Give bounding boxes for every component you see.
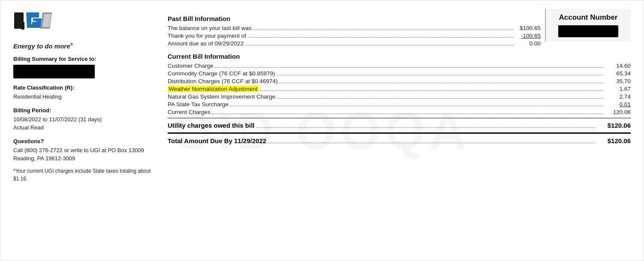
current-bill-line-pa-tax: PA State Tax Surcharge 0.01	[168, 101, 631, 108]
billing-period-read: Actual Read	[13, 123, 159, 132]
svg-rect-2	[21, 22, 24, 30]
natural-gas-amount: 2.74	[605, 93, 631, 100]
current-charges-dots	[212, 114, 604, 114]
past-bill-amount-2: -100.65	[515, 33, 541, 39]
weather-normalization-dots	[260, 90, 604, 91]
past-bill-label-1: The balance on your last bill was	[168, 25, 252, 31]
ugi-logo	[13, 9, 65, 39]
past-bill-label-3: Amount due as of 09/29/2022	[168, 40, 244, 47]
past-bill-amount-1: $100.65	[515, 25, 541, 31]
total-due-amount: $120.06	[596, 137, 631, 144]
past-bill-line-1: The balance on your last bill was $100.6…	[168, 25, 541, 31]
distribution-charge-label: Distribution Charges (76 CCF at $0.46974…	[168, 78, 278, 84]
current-bill-line-total: Current Charges 120.06	[168, 109, 631, 115]
billing-period-label: Billing Period:	[13, 107, 159, 114]
left-column: Energy to do more® Billing Summary for S…	[13, 9, 159, 252]
distribution-charge-amount: 35.70	[605, 78, 631, 84]
natural-gas-label: Natural Gas System Improvement Charge	[168, 93, 275, 100]
right-column: Account Number Past Bill Information The…	[159, 9, 631, 252]
questions-text: Call (800) 276-2722 or write to UGI at P…	[13, 146, 159, 155]
commodity-charge-amount: 65.34	[605, 70, 631, 77]
trademark: ®	[70, 42, 73, 47]
utility-owed-dots	[256, 127, 595, 128]
weather-normalization-amount: 1.67	[605, 86, 631, 92]
past-bill-label-2: Thank you for your payment of	[168, 33, 246, 39]
utility-owed-label: Utility charges owed this bill	[168, 122, 255, 129]
pa-tax-label: PA State Tax Surcharge	[168, 101, 229, 108]
current-bill-line-weather: Weather Normalization Adjustment 1.67	[168, 86, 631, 92]
tagline-text: Energy to do more	[13, 42, 70, 50]
svg-rect-3	[32, 22, 39, 24]
account-number-redacted	[558, 25, 618, 37]
past-bill-line-3: Amount due as of 09/29/2022 0.00	[168, 40, 541, 47]
tagline: Energy to do more®	[13, 42, 159, 50]
customer-charge-dots	[215, 67, 604, 68]
past-bill-line-2: Thank you for your payment of -100.65	[168, 33, 541, 39]
current-bill-line-commodity: Commodity Charge (76 CCF at $0.85979) 65…	[168, 70, 631, 77]
account-number-box: Account Number	[545, 9, 631, 42]
past-bill-dots-2	[247, 37, 514, 38]
commodity-charge-label: Commodity Charge (76 CCF at $0.85979)	[168, 70, 275, 77]
billing-period-value: 10/08/2022 to 11/07/2022 (31 days)	[13, 115, 159, 124]
current-bill-line-customer: Customer Charge 14.60	[168, 63, 631, 69]
weather-normalization-label: Weather Normalization Adjustment	[168, 86, 259, 92]
questions-label: Questions?	[13, 138, 159, 144]
pa-tax-dots	[230, 106, 604, 106]
current-charges-label: Current Charges	[168, 109, 211, 115]
total-due-line: Total Amount Due By 11/29/2022 $120.06	[168, 137, 631, 144]
pa-tax-amount: 0.01	[605, 101, 631, 108]
logo-area: Energy to do more®	[13, 9, 159, 50]
current-bill-title: Current Bill Information	[168, 53, 631, 60]
natural-gas-dots	[277, 98, 604, 99]
rate-classification-value: Residential Heating	[13, 93, 159, 101]
customer-charge-label: Customer Charge	[168, 63, 214, 69]
current-bill-line-natural-gas: Natural Gas System Improvement Charge 2.…	[168, 93, 631, 100]
distribution-charge-dots	[279, 83, 604, 83]
past-bill-dots-1	[253, 30, 514, 30]
utility-owed-line: Utility charges owed this bill $120.06	[168, 122, 631, 129]
past-bill-title: Past Bill Information	[168, 15, 541, 22]
questions-city: Reading, PA 19612-3009	[13, 154, 159, 163]
past-bill-amount-3: 0.00	[515, 40, 541, 47]
total-due-label: Total Amount Due By 11/29/2022	[168, 137, 266, 144]
billing-summary-label: Billing Summary for Service to:	[13, 56, 159, 62]
current-bill-line-distribution: Distribution Charges (76 CCF at $0.46974…	[168, 78, 631, 84]
divider-line-1	[168, 118, 631, 118]
customer-charge-amount: 14.60	[605, 63, 631, 69]
current-bill-section: Current Bill Information Customer Charge…	[168, 53, 631, 115]
past-bill-dots-3	[245, 45, 514, 45]
total-due-dots	[268, 143, 595, 143]
address-redacted	[13, 65, 95, 78]
utility-owed-amount: $120.06	[596, 122, 631, 129]
disclaimer: *Your current UGI charges include State …	[13, 167, 159, 183]
commodity-charge-dots	[277, 75, 604, 75]
account-number-label: Account Number	[552, 13, 625, 22]
current-charges-amount: 120.06	[605, 109, 631, 115]
bill-document: OID OOQA Energy to do more® Billing Summ	[0, 0, 644, 261]
divider-thick	[168, 132, 631, 134]
rate-classification-label: Rate Classification (R):	[13, 84, 159, 91]
